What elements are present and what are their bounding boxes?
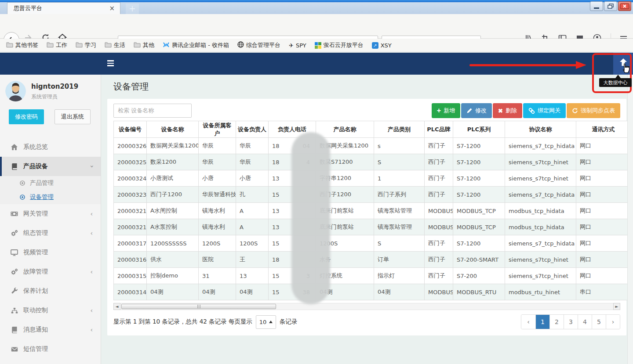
bookmark-item[interactable]: ✈SPY [289, 42, 306, 49]
globe-icon [237, 41, 244, 49]
table-cell: 网口 [576, 252, 631, 268]
table-row[interactable]: 20000314904测04测04测153804测04测MODBUSMODBUS… [114, 284, 631, 300]
table-cell: 200003152 [114, 268, 147, 284]
page-button-1[interactable]: 1 [535, 315, 549, 329]
bookmark-item[interactable]: 学习 [76, 41, 96, 49]
table-row[interactable]: 2000031771200SSSSSS1200S1200S151200SS西门子… [114, 235, 631, 252]
table-cell: 04测 [147, 284, 199, 300]
column-header[interactable]: 设备名称 [147, 121, 199, 138]
table-cell: 04测 [316, 284, 374, 300]
toolbar-button-修改[interactable]: 修改 [461, 103, 492, 118]
column-header[interactable]: PLC品牌 [425, 121, 453, 138]
column-header[interactable]: 设备所属客户 [199, 121, 236, 138]
bookmark-item[interactable]: 综合管理平台 [237, 41, 280, 49]
page-button-2[interactable]: 2 [549, 315, 564, 329]
page-button-4[interactable]: 4 [578, 315, 592, 329]
table-cell: 控制demo [147, 268, 199, 284]
page-button-‹[interactable]: ‹ [521, 315, 535, 329]
phone-value: 153 [272, 273, 310, 279]
column-header[interactable]: 负责人电话 [269, 121, 316, 138]
hand-cursor-icon [621, 63, 631, 76]
table-row[interactable]: 200003260数据网关采集1200华辰华辰1804数据网关采集1200s西门… [114, 138, 631, 154]
bookmark-item[interactable]: 其他书签 [6, 41, 38, 49]
table-cell: siemens_s7tcp_hinet [505, 252, 576, 268]
scroll-right-icon[interactable]: ► [613, 303, 620, 310]
bookmark-item[interactable]: 萤石云开放平台 [315, 41, 364, 49]
device-search-input[interactable]: 检索 设备名称 [113, 104, 192, 118]
chevron-icon: ‹ [90, 307, 93, 314]
page-button-5[interactable]: 5 [592, 315, 606, 329]
table-cell: 镇海水利 [199, 203, 236, 219]
bookmark-item[interactable]: 腾讯企业邮箱 - 收件箱 [163, 41, 229, 49]
bookmark-item[interactable]: 工作 [47, 41, 67, 49]
restore-button[interactable] [604, 1, 617, 11]
sidebar-item-视频管理[interactable]: 视频管理 [0, 243, 101, 262]
page-size-select[interactable]: 10 [256, 315, 276, 329]
sidebar-item-网关管理[interactable]: 网关管理‹ [0, 204, 101, 223]
table-cell: A水泵控制 [147, 219, 199, 235]
column-header[interactable]: 设备编号 [114, 121, 147, 138]
sidebar-item-组态管理[interactable]: 组态管理‹ [0, 223, 101, 243]
table-cell: 网口 [576, 187, 631, 203]
sidebar-subitem-产品管理[interactable]: 产品管理 [0, 176, 101, 190]
table-cell: 华辰 [236, 154, 269, 170]
toolbar-button-删除[interactable]: ✖删除 [493, 103, 522, 118]
page-button-›[interactable]: › [606, 315, 620, 329]
toolbar-button-新增[interactable]: +新增 [432, 103, 460, 118]
page-scrollbar[interactable] [627, 75, 633, 364]
sidebar-collapse-icon[interactable] [107, 60, 114, 66]
scrollbar-track[interactable] [120, 303, 613, 310]
table-row[interactable]: 200003256数采1200华辰华辰184数采S71200S西门子S7-120… [114, 154, 631, 170]
minimize-button[interactable] [590, 1, 603, 11]
tab-close-icon[interactable]: × [107, 4, 116, 12]
bookmark-item[interactable]: 其他 [134, 41, 154, 49]
bookmark-label: XSY [381, 42, 392, 49]
toolbar-button-强制同步点表[interactable]: 强制同步点表 [567, 103, 620, 118]
table-cell: S7-200 [453, 268, 505, 284]
horizontal-scrollbar[interactable]: ◄ ► [113, 303, 620, 310]
envelope-icon [11, 346, 18, 352]
table-cell: 网口 [576, 219, 631, 235]
user-role: 系统管理员 [31, 93, 78, 101]
table-cell: S [374, 154, 425, 170]
table-row[interactable]: 200003211A水泵控制镇海水利A13底来门前泵站镇海泵站管理MODBUSM… [114, 219, 631, 235]
sidebar-item-短信管理[interactable]: 短信管理 [0, 339, 101, 359]
sidebar-subitem-设备管理[interactable]: 设备管理 [0, 190, 101, 204]
wrench-icon [11, 288, 18, 295]
column-header[interactable]: 协议名称 [505, 121, 576, 138]
table-row[interactable]: 200003248小唐测试小唐小唐13字符串12001西门子S7-1200sie… [114, 170, 631, 187]
table-row[interactable]: 200003212A水闸控制镇海水利A13底来门前泵站镇海泵站管理MODBUSM… [114, 203, 631, 219]
browser-tab[interactable]: 思普云平台 × [7, 2, 120, 14]
toolbar-button-绑定网关[interactable]: 绑定网关 [523, 103, 566, 118]
new-tab-button[interactable]: + [126, 4, 139, 14]
bookmark-item[interactable]: 生活 [105, 41, 125, 49]
table-cell: 华辰 [236, 138, 269, 154]
xsy-icon: ↗ [372, 42, 378, 49]
column-header[interactable]: 产品名称 [316, 121, 374, 138]
table-cell: modbus_tcp_hidata [505, 219, 576, 235]
bookmark-item[interactable]: ↗XSY [372, 42, 392, 49]
table-row[interactable]: 200003230西门子1200华辰智通科技孔15西门子1200西门子系列西门子… [114, 187, 631, 203]
sidebar-item-故障管理[interactable]: 故障管理‹ [0, 262, 101, 281]
sidebar-item-联动控制[interactable]: 联动控制‹ [0, 301, 101, 320]
avatar[interactable] [5, 81, 26, 103]
column-header[interactable]: 通讯方式 [576, 121, 631, 138]
book-icon [11, 163, 18, 170]
close-button[interactable] [618, 1, 631, 11]
chevron-icon: ‹ [90, 326, 93, 333]
scrollbar-thumb[interactable] [121, 304, 276, 309]
sidebar-item-保养计划[interactable]: 保养计划 [0, 281, 101, 301]
sidebar-item-系统总览[interactable]: 系统总览 [0, 137, 101, 157]
column-header[interactable]: 产品类别 [374, 121, 425, 138]
column-header[interactable]: PLC系列 [453, 121, 505, 138]
sidebar-item-产品设备[interactable]: 产品设备‹ [0, 157, 101, 176]
scroll-left-icon[interactable]: ◄ [113, 303, 120, 310]
change-password-button[interactable]: 修改密码 [9, 109, 44, 124]
sidebar-item-消息通知[interactable]: 消息通知‹ [0, 320, 101, 339]
column-header[interactable]: 设备负责人 [236, 121, 269, 138]
table-cell: modbus_tcp_hidata [505, 203, 576, 219]
table-row[interactable]: 200003165供水医院王18水务订单西门子S7-200-SMARTsieme… [114, 252, 631, 268]
table-row[interactable]: 200003152控制demo3113153灯控系统指示灯西门子S7-200si… [114, 268, 631, 284]
logout-button[interactable]: 退出系统 [55, 109, 91, 124]
page-button-3[interactable]: 3 [564, 315, 578, 329]
